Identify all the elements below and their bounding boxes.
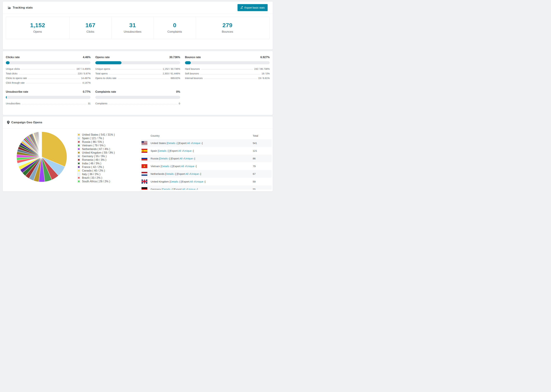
detail-value: 4.147% (83, 81, 91, 84)
details-link-united-states[interactable]: Details › (167, 142, 177, 145)
export-unique-link-germany[interactable]: Unique › (187, 188, 197, 190)
export-unique-link-netherlands[interactable]: Unique › (191, 172, 200, 175)
tracking-stats-header: Tracking stats Export basic stats (3, 1, 273, 14)
legend-label: Italy ( 36 / 2% ) (82, 173, 100, 176)
detail-label: Total opens (95, 72, 108, 75)
export-all-link-spain[interactable]: All › (178, 149, 183, 152)
detail-row-soft-bounces: Soft bounces18 / 0% (185, 70, 270, 75)
geo-total-cell-spain: 121 (253, 149, 272, 152)
detail-row-unique-clicks: Unique clicks167 / 4.456% (6, 66, 91, 70)
export-all-link-united-states[interactable]: All › (187, 142, 191, 145)
geo-total-cell-vietnam: 79 (253, 165, 272, 168)
export-unique-link-russia[interactable]: Unique › (185, 157, 194, 160)
legend-label: India ( 46 / 3% ) (82, 162, 101, 165)
legend-swatch (78, 169, 80, 172)
rate-section-opens-rate: Opens rate30.736%Unique opens1,152 / 30.… (95, 56, 180, 84)
export-all-link-vietnam[interactable]: All › (181, 165, 185, 168)
dotted-leader (28, 79, 80, 79)
geo-table-header: Country Total (141, 132, 272, 139)
detail-value: 18 / 0% (262, 72, 270, 75)
rate-value-clicks-rate: 4.46% (83, 56, 91, 59)
legend-swatch (78, 140, 80, 143)
geo-country-cell-united-states: United States [Details ›] [Export: All ›… (141, 141, 253, 145)
geo-table-header-country: Country (141, 134, 253, 137)
detail-value: 0 (179, 102, 180, 105)
campaign-geo-opens-card: Campaign Geo Opens United States ( 541 /… (3, 116, 273, 192)
rate-section-complaints-rate: Complaints rate0%Complaints0 (95, 90, 180, 105)
details-link-netherlands[interactable]: Details › (166, 172, 175, 175)
geo-total-cell-united-states: 541 (253, 142, 272, 145)
details-link-vietnam[interactable]: Details › (161, 165, 171, 168)
rate-bar-fill-bounce-rate (185, 61, 191, 64)
export-all-link-germany[interactable]: All › (182, 188, 187, 190)
rates-grid: Clicks rate4.46%Unique clicks167 / 4.456… (3, 51, 273, 105)
detail-row-total-opens: Total opens2,303 / 61.446% (95, 70, 180, 75)
detail-value: 167 / 4.456% (77, 68, 91, 70)
detail-value: 242 / 86.738% (254, 68, 270, 70)
detail-label: Hard bounces (185, 68, 200, 70)
export-unique-link-spain[interactable]: Unique › (184, 149, 193, 152)
detail-row-hard-bounces: Hard bounces242 / 86.738% (185, 66, 270, 70)
detail-label: Soft bounces (185, 72, 199, 75)
export-all-link-united-kingdom[interactable]: All › (190, 180, 194, 183)
details-link-germany[interactable]: Details › (162, 188, 172, 190)
detail-row-opens-to-clicks-rate: Opens to clicks rate689.82% (95, 75, 180, 79)
export-unique-link-united-kingdom[interactable]: Unique › (195, 180, 205, 183)
legend-item-brazil: Brazil ( 33 / 2% ) (78, 176, 115, 180)
rate-rows-bounce-rate: Hard bounces242 / 86.738%Soft bounces18 … (185, 66, 270, 79)
stat-label-bounces: Bounces (196, 30, 259, 34)
legend-label: Vietnam ( 79 / 5% ) (82, 144, 106, 147)
legend-swatch (78, 133, 80, 136)
detail-row-unique-opens: Unique opens1,152 / 30.736% (95, 66, 180, 70)
details-link-russia[interactable]: Details › (160, 157, 169, 160)
detail-value: 220 / 5.87% (78, 72, 91, 75)
legend-item-india: India ( 46 / 3% ) (78, 162, 115, 165)
export-unique-link-united-states[interactable]: Unique › (192, 142, 202, 145)
detail-value: 19 / 6.81% (258, 77, 270, 79)
detail-row-click-through-rate: Click through rate4.147% (6, 79, 91, 84)
stat-value-opens: 1,152 (6, 22, 69, 28)
geo-title: Campaign Geo Opens (7, 121, 42, 124)
details-link-united-kingdom[interactable]: Details › (170, 180, 180, 183)
rate-bar-bounce-rate (185, 61, 270, 64)
legend-item-vietnam: Vietnam ( 79 / 5% ) (78, 144, 115, 147)
rate-bar-fill-opens-rate (95, 61, 121, 64)
geo-country-cell-russia: Russia [Details ›] [Export: All › / Uniq… (141, 156, 253, 161)
legend-label: Germany ( 55 / 3% ) (82, 155, 107, 158)
rate-title-row-opens-rate: Opens rate30.736% (95, 56, 180, 59)
export-all-link-russia[interactable]: All › (179, 157, 184, 160)
detail-value: 689.82% (171, 77, 180, 79)
stat-label-unsubscribes: Unsubscribes (112, 30, 154, 34)
geo-table-header-total: Total (253, 134, 272, 137)
geo-table-rows: United States [Details ›] [Export: All ›… (141, 139, 272, 190)
rate-section-unsubscribe-rate: Unsubscribe rate0.77%Unsubscribes31 (6, 90, 91, 105)
legend-item-south-africa: South Africa ( 29 / 2% ) (78, 180, 115, 183)
stat-label-complaints: Complaints (154, 30, 196, 34)
detail-row-unsubscribes: Unsubscribes31 (6, 100, 91, 105)
export-unique-link-vietnam[interactable]: Unique › (186, 165, 196, 168)
details-link-spain[interactable]: Details › (159, 149, 168, 152)
stat-value-bounces: 279 (196, 22, 259, 28)
geo-table-row-netherlands: Netherlands [Details ›] [Export: All › /… (141, 170, 272, 178)
geo-table-row-germany: Germany [Details ›] [Export: All › / Uni… (141, 185, 272, 190)
legend-swatch (78, 162, 80, 165)
geo-table-row-spain: Spain [Details ›] [Export: All › / Uniqu… (141, 147, 272, 155)
gb-flag-icon (141, 180, 147, 183)
export-all-link-netherlands[interactable]: All › (185, 172, 190, 175)
legend-label: Brazil ( 33 / 2% ) (82, 176, 102, 179)
rate-bar-fill-clicks-rate (6, 61, 10, 64)
geo-header: Campaign Geo Opens (3, 117, 273, 129)
rate-value-bounce-rate: 6.927% (261, 56, 270, 59)
rate-title-row-bounce-rate: Bounce rate6.927% (185, 56, 270, 59)
legend-swatch (78, 137, 80, 140)
export-basic-stats-button[interactable]: Export basic stats (238, 4, 268, 11)
legend-swatch (78, 144, 80, 147)
export-basic-stats-label: Export basic stats (245, 6, 265, 9)
rate-title-unsubscribe-rate: Unsubscribe rate (6, 90, 28, 93)
legend-item-spain: Spain ( 121 / 7% ) (78, 136, 115, 140)
legend-item-italy: Italy ( 36 / 2% ) (78, 172, 115, 176)
stats-row: 1,152Opens167Clicks31Unsubscribes0Compla… (6, 17, 270, 39)
geo-total-cell-united-kingdom: 59 (253, 180, 272, 183)
tracking-stats-title: Tracking stats (8, 6, 33, 9)
rate-title-complaints-rate: Complaints rate (95, 90, 116, 93)
